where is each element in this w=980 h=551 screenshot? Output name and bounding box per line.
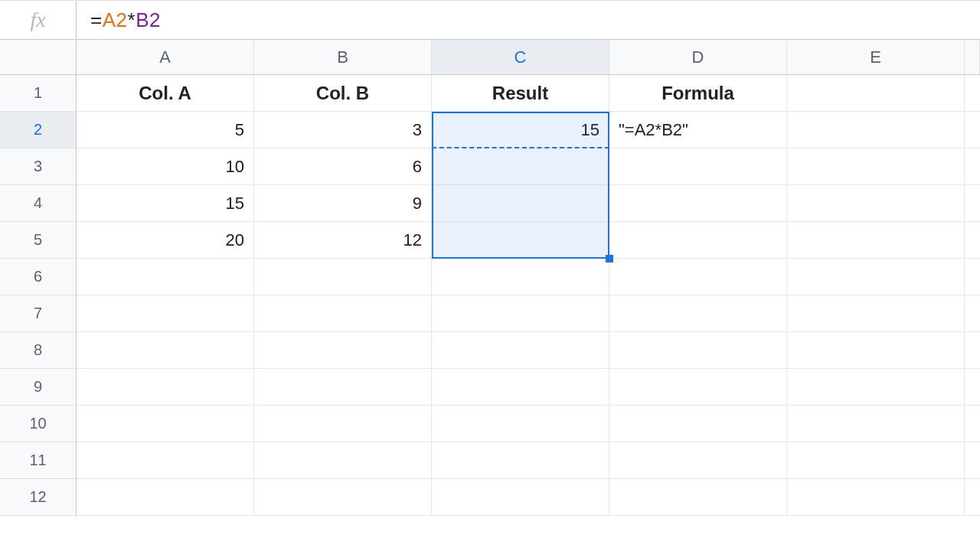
row-header-10[interactable]: 10 [0, 406, 77, 442]
row-header-4[interactable]: 4 [0, 185, 77, 222]
cell-b2[interactable]: 3 [254, 112, 432, 148]
formula-input[interactable]: =A2*B2 [77, 8, 980, 32]
cell-e8[interactable] [787, 332, 965, 369]
fx-icon[interactable]: fx [0, 1, 77, 39]
cell-c1[interactable]: Result [432, 75, 609, 112]
cell-a1[interactable]: Col. A [77, 75, 254, 112]
cell-c5[interactable] [432, 222, 609, 259]
cell-f2[interactable] [965, 112, 980, 148]
row-header-6[interactable]: 6 [0, 259, 77, 295]
cell-f8[interactable] [965, 332, 980, 369]
cell-c9[interactable] [432, 369, 609, 406]
row-header-9[interactable]: 9 [0, 369, 77, 406]
cell-f7[interactable] [965, 295, 980, 332]
column-header-row: A B C D E [0, 40, 980, 75]
cell-a5[interactable]: 20 [77, 222, 254, 259]
col-header-e[interactable]: E [787, 40, 965, 74]
cell-f5[interactable] [965, 222, 980, 259]
row-7: 7 [0, 295, 980, 332]
cell-f3[interactable] [965, 148, 980, 185]
row-header-11[interactable]: 11 [0, 442, 77, 479]
cell-a4[interactable]: 15 [77, 185, 254, 222]
cell-b5[interactable]: 12 [254, 222, 432, 259]
cell-d9[interactable] [609, 369, 787, 406]
col-header-d[interactable]: D [609, 40, 787, 74]
cell-d8[interactable] [609, 332, 787, 369]
cell-b8[interactable] [254, 332, 432, 369]
cell-a2[interactable]: 5 [77, 112, 254, 148]
cell-e1[interactable] [787, 75, 965, 112]
row-header-8[interactable]: 8 [0, 332, 77, 369]
cell-a11[interactable] [77, 442, 254, 479]
cell-c8[interactable] [432, 332, 609, 369]
cell-b4[interactable]: 9 [254, 185, 432, 222]
cell-c3[interactable] [432, 148, 609, 185]
row-header-3[interactable]: 3 [0, 148, 77, 185]
formula-token-ref-b2: B2 [136, 8, 161, 32]
cell-f10[interactable] [965, 406, 980, 442]
cell-a12[interactable] [77, 479, 254, 516]
cell-d11[interactable] [609, 442, 787, 479]
cell-c12[interactable] [432, 479, 609, 516]
row-header-2[interactable]: 2 [0, 112, 77, 148]
row-3: 3 10 6 [0, 148, 980, 185]
row-header-1[interactable]: 1 [0, 75, 77, 112]
cell-b10[interactable] [254, 406, 432, 442]
formula-token-op: * [128, 8, 136, 32]
cell-f6[interactable] [965, 259, 980, 295]
cell-d3[interactable] [609, 148, 787, 185]
cell-f9[interactable] [965, 369, 980, 406]
cell-e2[interactable] [787, 112, 965, 148]
cell-a7[interactable] [77, 295, 254, 332]
cell-e9[interactable] [787, 369, 965, 406]
cell-e6[interactable] [787, 259, 965, 295]
cell-b9[interactable] [254, 369, 432, 406]
cell-b1[interactable]: Col. B [254, 75, 432, 112]
row-10: 10 [0, 406, 980, 442]
cell-e4[interactable] [787, 185, 965, 222]
cell-d10[interactable] [609, 406, 787, 442]
cell-b6[interactable] [254, 259, 432, 295]
cell-b7[interactable] [254, 295, 432, 332]
cell-f1[interactable] [965, 75, 980, 112]
row-header-5[interactable]: 5 [0, 222, 77, 259]
cell-f4[interactable] [965, 185, 980, 222]
formula-token-eq: = [90, 8, 103, 32]
cell-c7[interactable] [432, 295, 609, 332]
cell-a8[interactable] [77, 332, 254, 369]
select-all-corner[interactable] [0, 40, 77, 74]
cell-a10[interactable] [77, 406, 254, 442]
cell-d2[interactable]: "=A2*B2" [609, 112, 787, 148]
cell-e12[interactable] [787, 479, 965, 516]
cell-c2[interactable]: 15 [432, 112, 609, 148]
cell-d1[interactable]: Formula [609, 75, 787, 112]
cell-a3[interactable]: 10 [77, 148, 254, 185]
cell-d7[interactable] [609, 295, 787, 332]
col-header-a[interactable]: A [77, 40, 254, 74]
cell-b3[interactable]: 6 [254, 148, 432, 185]
cell-d6[interactable] [609, 259, 787, 295]
cell-c4[interactable] [432, 185, 609, 222]
cell-e5[interactable] [787, 222, 965, 259]
cell-d5[interactable] [609, 222, 787, 259]
cell-c10[interactable] [432, 406, 609, 442]
cell-c6[interactable] [432, 259, 609, 295]
cell-f11[interactable] [965, 442, 980, 479]
cell-e3[interactable] [787, 148, 965, 185]
cell-c11[interactable] [432, 442, 609, 479]
cell-d4[interactable] [609, 185, 787, 222]
cell-e10[interactable] [787, 406, 965, 442]
fill-handle[interactable] [606, 255, 613, 262]
cell-e11[interactable] [787, 442, 965, 479]
col-header-c[interactable]: C [432, 40, 609, 74]
row-header-12[interactable]: 12 [0, 479, 77, 516]
row-header-7[interactable]: 7 [0, 295, 77, 332]
cell-e7[interactable] [787, 295, 965, 332]
cell-b12[interactable] [254, 479, 432, 516]
col-header-b[interactable]: B [254, 40, 432, 74]
cell-a6[interactable] [77, 259, 254, 295]
cell-f12[interactable] [965, 479, 980, 516]
cell-d12[interactable] [609, 479, 787, 516]
cell-b11[interactable] [254, 442, 432, 479]
cell-a9[interactable] [77, 369, 254, 406]
